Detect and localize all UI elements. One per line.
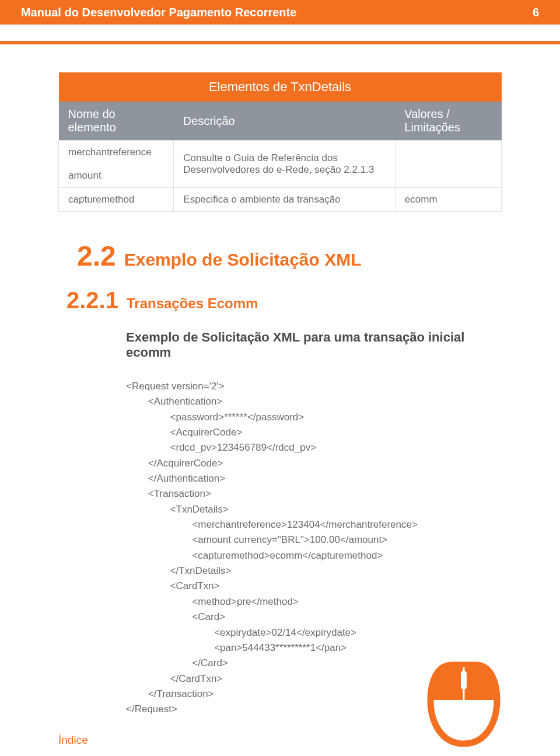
subsection-heading: 2.2.1 Transações Ecomm: [66, 287, 502, 313]
page-number: 6: [533, 6, 539, 19]
table-row: capturemethod Especifica o ambiente da t…: [59, 188, 502, 212]
table-title-row: Elementos de TxnDetails: [59, 72, 502, 102]
cell-name: amount: [59, 164, 174, 188]
cell-values: [395, 141, 501, 188]
cell-desc: Especifica o ambiente da transação: [174, 188, 396, 212]
txndetails-table: Elementos de TxnDetails Nome do elemento…: [58, 72, 502, 212]
table-title: Elementos de TxnDetails: [59, 72, 502, 102]
cell-values: ecomm: [395, 188, 501, 212]
subsection-number: 2.2.1: [66, 287, 118, 313]
section-number: 2.2: [77, 240, 116, 272]
subsection-title: Transações Ecomm: [127, 295, 258, 312]
doc-title: Manual do Desenvolvedor Pagamento Recorr…: [21, 6, 296, 19]
header-banner: Manual do Desenvolvedor Pagamento Recorr…: [0, 0, 560, 25]
col-header-values: Valores / Limitações: [395, 102, 501, 141]
table-row: merchantreference Consulte o Guia de Ref…: [59, 141, 502, 165]
index-link[interactable]: Índice: [58, 734, 88, 747]
example-caption: Exemplo de Solicitação XML para uma tran…: [126, 330, 502, 360]
table-header-row: Nome do elemento Descrição Valores / Lim…: [59, 102, 502, 141]
section-title: Exemplo de Solicitação XML: [124, 250, 362, 270]
footer: Índice: [0, 659, 560, 747]
page-content: Elementos de TxnDetails Nome do elemento…: [0, 44, 560, 717]
cell-desc: Consulte o Guia de Referência dos Desenv…: [174, 141, 396, 188]
col-header-desc: Descrição: [174, 102, 396, 141]
cell-name: capturemethod: [59, 188, 174, 212]
mouse-icon: [426, 659, 502, 747]
section-heading: 2.2 Exemplo de Solicitação XML: [77, 240, 502, 272]
col-header-name: Nome do elemento: [59, 102, 174, 141]
cell-name: merchantreference: [59, 141, 174, 165]
